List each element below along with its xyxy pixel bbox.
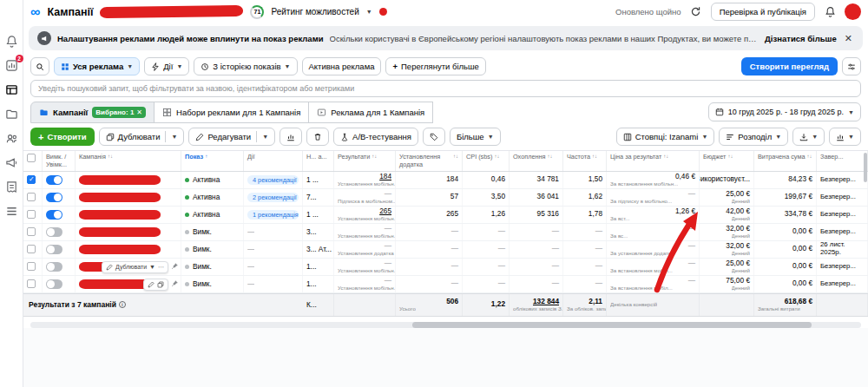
vertical-scrollbar[interactable] <box>864 151 868 290</box>
filter-active-ads[interactable]: Активна реклама <box>302 57 382 75</box>
tab-campaigns[interactable]: Кампанії Вибрано: 1✕ <box>30 102 155 123</box>
row-checkbox-cell[interactable] <box>23 189 43 206</box>
edit-button[interactable]: Редагувати▼ <box>188 128 275 146</box>
header-budget[interactable]: Бюджет↑↓ <box>700 151 754 171</box>
charts-button[interactable] <box>279 128 302 146</box>
avatar[interactable] <box>845 3 861 20</box>
campaigns-table-icon[interactable] <box>5 83 18 96</box>
search-input[interactable] <box>30 80 861 97</box>
budget-cell[interactable]: 42,00 €Денний <box>700 207 754 223</box>
campaign-name-cell[interactable]: Дублювати▼⋯ <box>76 224 181 240</box>
columns-button[interactable]: Стовпці: Izanami▼ <box>616 128 715 146</box>
all-tools-menu-icon[interactable] <box>5 205 18 218</box>
filter-settings-icon[interactable] <box>842 57 861 75</box>
tab-adsets[interactable]: Набори реклами для 1 Кампанія <box>154 102 309 123</box>
row-checkbox-cell[interactable] <box>23 276 43 292</box>
filter-actions[interactable]: Дії▼ <box>144 57 189 75</box>
tab-ads[interactable]: Реклама для 1 Кампанія <box>308 102 433 123</box>
row-toggle-cell[interactable] <box>43 224 76 240</box>
pin-icon[interactable] <box>171 262 179 270</box>
row-checkbox-cell[interactable] <box>23 207 43 223</box>
tags-button[interactable] <box>423 128 445 146</box>
recommendations-cell[interactable]: — <box>244 259 303 275</box>
meta-logo-icon[interactable]: ∞ <box>30 5 40 19</box>
header-cpi[interactable]: CPI (sbs)↑↓ <box>463 151 510 171</box>
header-off-on[interactable]: Вимк. / Увімк... <box>43 151 76 171</box>
refresh-button[interactable] <box>688 4 704 20</box>
header-frequency[interactable]: Частота↑↓ <box>563 151 607 171</box>
breakdown-button[interactable]: Розподіл▼ <box>719 128 788 146</box>
results-cell[interactable]: 184Установлення мобільн... <box>334 172 396 188</box>
select-all-checkbox[interactable] <box>23 151 43 171</box>
budget-cell[interactable]: 32,00 €Денний <box>700 224 754 240</box>
bell-icon[interactable] <box>822 4 838 20</box>
search-button[interactable] <box>30 57 49 75</box>
notifications-icon[interactable] <box>5 35 18 48</box>
create-button[interactable]: +Створити <box>30 128 95 146</box>
billing-icon[interactable] <box>5 180 18 194</box>
ab-test-button[interactable]: A/B-тестування <box>333 128 418 146</box>
campaign-name-cell[interactable]: Дублювати▼⋯ <box>76 189 181 206</box>
header-amount-spent[interactable]: Витрачена сума↑↓ <box>754 151 817 171</box>
promote-icon[interactable] <box>5 156 18 169</box>
row-toggle-cell[interactable] <box>43 189 76 206</box>
header-actions[interactable]: Дії <box>244 151 303 171</box>
budget-cell[interactable]: 75,00 €Денний <box>700 276 754 292</box>
header-campaign[interactable]: Кампанія↑↓ <box>76 151 181 171</box>
close-icon[interactable]: ✕ <box>843 33 854 44</box>
pin-icon[interactable] <box>171 279 179 287</box>
campaign-name-cell[interactable]: Дублювати▼⋯ <box>76 207 181 223</box>
open-report-button[interactable]: ▼ <box>829 128 861 146</box>
banner-learn-more-link[interactable]: Дізнатися більше <box>765 34 837 43</box>
row-checkbox-cell[interactable] <box>23 224 43 240</box>
results-cell[interactable]: —Установлення мобільн... <box>334 224 396 240</box>
filter-history[interactable]: З історією показів▼ <box>194 57 297 75</box>
review-publish-button[interactable]: Перевірка й публікація <box>711 3 815 21</box>
filter-see-more[interactable]: +Переглянути більше <box>385 57 485 75</box>
folders-icon[interactable] <box>5 108 18 121</box>
header-name[interactable]: Н... а... <box>303 151 334 171</box>
recommendations-cell[interactable]: — <box>244 224 303 240</box>
recommendations-cell[interactable]: 1 рекомендація <box>244 207 303 223</box>
header-results[interactable]: Результати↑↓ <box>334 151 396 171</box>
header-reach[interactable]: Охоплення↑↓ <box>510 151 563 171</box>
row-toggle-cell[interactable] <box>43 172 76 188</box>
budget-cell[interactable]: 25,00 €Денний <box>700 259 754 275</box>
campaign-name-cell[interactable]: Дублювати▼⋯ <box>76 241 181 258</box>
audiences-icon[interactable] <box>5 132 18 145</box>
recommendations-cell[interactable]: 4 рекомендації <box>244 172 303 188</box>
filter-all-ads[interactable]: Уся реклама▼ <box>54 57 140 75</box>
row-checkbox-cell[interactable] <box>23 259 43 275</box>
results-cell[interactable]: —Установлення мобільн... <box>334 259 396 275</box>
row-toggle-cell[interactable] <box>43 207 76 223</box>
budget-cell[interactable]: Використовуєт... <box>700 172 754 188</box>
delete-button[interactable] <box>306 128 329 146</box>
more-button[interactable]: Більше▼ <box>450 128 501 146</box>
recommendations-cell[interactable]: — <box>244 241 303 258</box>
row-toggle-cell[interactable] <box>43 241 76 258</box>
row-hover-toolbar[interactable]: Дублювати▼⋯ <box>102 261 168 273</box>
results-cell[interactable]: 265Установлення мобільн... <box>334 207 396 223</box>
header-app-installs[interactable]: Установлення додатка↑↓ <box>396 151 463 171</box>
row-checkbox-cell[interactable] <box>23 172 43 188</box>
row-hover-icons[interactable] <box>143 279 168 291</box>
budget-cell[interactable]: 32,00 €Денний <box>700 241 754 258</box>
row-toggle-cell[interactable] <box>43 276 76 292</box>
header-cost-per-result[interactable]: Ціна за результат↑↓ <box>607 151 700 171</box>
ads-manager-icon[interactable]: 2 <box>5 59 18 72</box>
date-range-picker[interactable]: 10 груд 2025 р. - 18 груд 2025 р.▼ <box>708 102 861 121</box>
duplicate-button[interactable]: Дублювати▼ <box>99 128 185 146</box>
create-view-button[interactable]: Створити перегляд <box>741 57 838 75</box>
results-cell[interactable]: —Установлення додатка <box>334 241 396 258</box>
row-checkbox-cell[interactable] <box>23 241 43 258</box>
export-button[interactable]: ▼ <box>792 128 825 146</box>
campaign-name-cell[interactable]: Дублювати▼⋯ <box>76 276 181 292</box>
header-ends[interactable]: Завер... <box>817 151 868 171</box>
campaign-name-cell[interactable]: Дублювати▼⋯ <box>76 259 181 275</box>
selected-badge[interactable]: Вибрано: 1✕ <box>92 107 146 118</box>
opportunity-score-label[interactable]: Рейтинг можливостей <box>271 7 358 16</box>
opportunity-score-badge[interactable]: 71 <box>250 5 264 19</box>
results-cell[interactable]: —Підписка в мобільном... <box>334 189 396 206</box>
scrollbar-thumb[interactable] <box>412 322 811 328</box>
budget-cell[interactable]: 25,00 €Денний <box>700 189 754 206</box>
